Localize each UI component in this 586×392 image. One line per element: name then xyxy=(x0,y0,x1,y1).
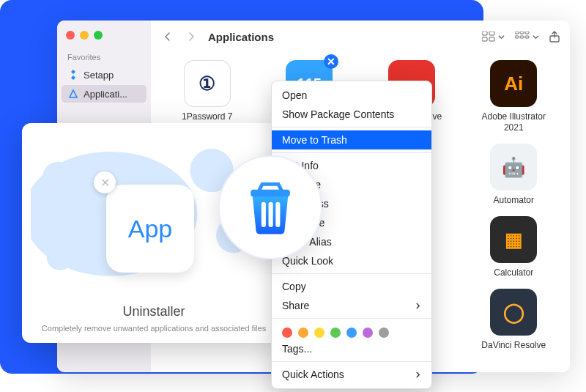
uninstaller-app-tile: App xyxy=(106,185,194,273)
menu-item-label: Copy xyxy=(282,281,306,292)
app-calculator[interactable]: ▦Calculator xyxy=(468,216,560,278)
menu-item-label: Quick Actions xyxy=(282,369,344,380)
app-icon: ▦ xyxy=(490,216,537,263)
menu-item-label: Show Package Contents xyxy=(282,108,394,120)
svg-rect-1 xyxy=(489,32,494,35)
menu-separator xyxy=(272,361,431,362)
app-label: 1Password 7 xyxy=(182,111,232,122)
finder-toolbar: Applications xyxy=(151,21,570,53)
app-label: Calculator xyxy=(494,267,533,278)
svg-rect-8 xyxy=(520,36,524,38)
svg-rect-18 xyxy=(262,202,266,227)
app-label: DaVinci Resolve xyxy=(481,340,546,351)
menu-item-label: Tags... xyxy=(282,343,312,355)
window-traffic-lights xyxy=(62,28,146,50)
app-adobe-illustrator-2021[interactable]: AiAdobe Illustrator 2021 xyxy=(468,60,560,133)
svg-rect-6 xyxy=(525,32,529,34)
trash-icon xyxy=(242,179,299,236)
menu-item-open[interactable]: Open xyxy=(272,86,431,105)
tag-color[interactable] xyxy=(330,328,341,338)
menu-separator xyxy=(272,127,431,127)
menu-item-label: Open xyxy=(282,89,307,101)
uninstaller-subheading: Completely remove unwanted applications … xyxy=(22,324,286,333)
uninstaller-tile-text: App xyxy=(128,215,173,243)
uninstaller-heading: Uninstaller xyxy=(22,304,286,319)
app-automator[interactable]: 🤖Automator xyxy=(468,144,560,206)
app-icon: ◯ xyxy=(490,289,537,336)
menu-item-share[interactable]: Share xyxy=(272,296,431,315)
svg-rect-20 xyxy=(275,202,280,227)
app-icon: ① xyxy=(184,60,231,107)
group-by-button[interactable] xyxy=(515,32,539,42)
svg-rect-19 xyxy=(269,202,273,227)
menu-item-quick-look[interactable]: Quick Look xyxy=(272,251,431,270)
tag-color-row xyxy=(272,322,431,339)
svg-rect-5 xyxy=(520,32,524,34)
menu-item-show-package-contents[interactable]: Show Package Contents xyxy=(272,105,431,124)
menu-item-label: Move to Trash xyxy=(282,134,347,146)
sidebar-section-header: Favorites xyxy=(62,50,146,64)
forward-button[interactable] xyxy=(185,30,198,43)
minimize-window-button[interactable] xyxy=(80,31,89,40)
view-options-button[interactable] xyxy=(482,32,505,42)
menu-item-tags[interactable]: Tags... xyxy=(272,339,431,358)
close-badge-icon[interactable]: ✕ xyxy=(324,54,338,69)
menu-item-label: Share xyxy=(282,300,309,311)
menu-item-copy[interactable]: Copy xyxy=(272,277,431,296)
menu-item-quick-actions[interactable]: Quick Actions xyxy=(272,365,431,384)
svg-rect-0 xyxy=(482,32,487,35)
uninstaller-remove-icon: ✕ xyxy=(94,171,116,193)
svg-rect-9 xyxy=(525,36,529,38)
chevron-down-icon xyxy=(533,34,539,40)
menu-item-move-to-trash[interactable]: Move to Trash xyxy=(272,130,431,149)
menu-separator xyxy=(272,318,431,319)
maximize-window-button[interactable] xyxy=(94,31,103,40)
svg-point-15 xyxy=(47,244,73,270)
setapp-icon xyxy=(67,69,79,81)
close-window-button[interactable] xyxy=(66,31,75,40)
chevron-down-icon xyxy=(498,34,505,40)
back-button[interactable] xyxy=(161,30,174,43)
app-davinci-resolve[interactable]: ◯DaVinci Resolve xyxy=(468,289,560,351)
sidebar-item-label: Setapp xyxy=(84,70,114,81)
menu-separator xyxy=(272,152,431,153)
menu-item-label: Quick Look xyxy=(282,255,333,267)
sidebar-item-label: Applicati... xyxy=(84,89,127,100)
share-button[interactable] xyxy=(549,31,560,42)
menu-separator xyxy=(272,273,431,274)
chevron-right-icon xyxy=(415,369,421,380)
applications-icon xyxy=(67,88,79,100)
svg-rect-2 xyxy=(482,37,487,41)
chevron-right-icon xyxy=(415,300,421,311)
sidebar-item-setapp[interactable]: Setapp xyxy=(62,66,146,84)
tag-color[interactable] xyxy=(282,328,292,338)
svg-rect-3 xyxy=(489,37,494,41)
location-title: Applications xyxy=(208,31,274,43)
trash-illustration xyxy=(218,155,322,259)
app-label: Automator xyxy=(494,195,534,206)
svg-rect-7 xyxy=(515,36,519,38)
app-icon: 🤖 xyxy=(490,144,537,191)
tag-color[interactable] xyxy=(298,328,308,338)
svg-rect-4 xyxy=(515,32,519,34)
svg-rect-17 xyxy=(251,190,290,197)
tag-color[interactable] xyxy=(346,328,357,338)
tag-color[interactable] xyxy=(314,328,324,338)
app-label: Adobe Illustrator 2021 xyxy=(473,111,554,133)
tag-color[interactable] xyxy=(379,328,389,338)
app-icon: Ai xyxy=(490,60,537,107)
sidebar-item-applicati[interactable]: Applicati... xyxy=(62,85,146,103)
tag-color[interactable] xyxy=(363,328,373,338)
svg-point-12 xyxy=(42,162,74,193)
app-1password-7[interactable]: ①1Password 7 xyxy=(161,60,253,133)
